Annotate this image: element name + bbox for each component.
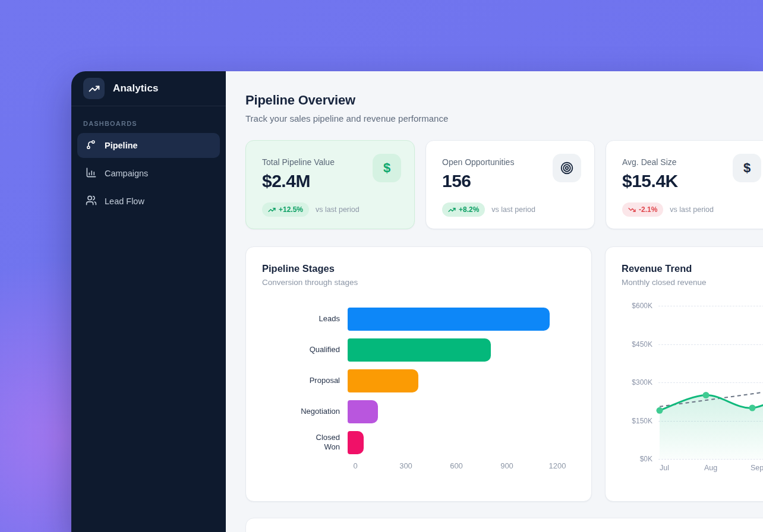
panel-subtitle: Conversion through stages [262,278,575,287]
bar-chart-icon [86,167,97,180]
bar-category-label: Leads [262,314,348,324]
panel-title: Pipeline Stages [262,263,575,274]
stages-x-axis: 03006009001200 [355,461,557,472]
trending-down-icon [628,206,636,214]
panel-subtitle: Monthly closed revenue [622,278,763,287]
x-tick-label: 900 [500,461,513,470]
bar-row: Qualified [262,338,575,362]
y-tick-label: $150K [622,417,652,425]
data-point-dot [703,392,710,398]
revenue-line-chart [658,306,763,463]
logo-row: Analytics [71,71,226,106]
revenue-area-fill [660,386,763,459]
pipeline-stages-panel: Pipeline Stages Conversion through stage… [245,246,592,502]
revenue-plot: $600K$450K$300K$150K$0KJulAugSep [622,306,763,459]
users-icon [86,195,97,208]
sidebar-item-campaigns[interactable]: Campaigns [77,161,220,186]
bar [348,400,378,423]
data-point-dot [657,407,663,414]
dollar-icon: $ [373,154,401,182]
stat-card-total-pipeline-value: Total Pipeline Value $2.4M $ +12.5% vs l… [245,140,415,229]
bar-row: Proposal [262,369,575,392]
trending-up-icon [268,206,276,214]
y-tick-label: $450K [622,340,652,349]
page-title: Pipeline Overview [245,93,763,108]
bottom-card-partial [245,518,763,532]
x-tick-label: 300 [399,461,412,470]
stages-bars: LeadsQualifiedProposalNegotiationClosed … [262,307,575,454]
bar [348,308,550,331]
x-tick-label: 0 [353,461,357,470]
sidebar-item-lead-flow[interactable]: Lead Flow [77,189,220,214]
bar-category-label: Closed Won [262,433,348,451]
panel-title: Revenue Trend [622,263,763,274]
x-tick-label: 1200 [549,461,566,470]
sidebar-item-label: Campaigns [105,169,148,178]
stats-row: Total Pipeline Value $2.4M $ +12.5% vs l… [245,140,763,229]
x-tick-label: 600 [450,461,463,470]
dollar-icon: $ [733,154,761,182]
sidebar-item-pipeline[interactable]: Pipeline [77,133,220,158]
target-icon [553,154,581,182]
bar-category-label: Qualified [262,345,348,354]
change-badge: -2.1% [622,202,663,217]
stat-card-avg-deal-size: Avg. Deal Size $15.4K $ -2.1% vs last pe… [606,140,763,229]
main-content: Pipeline Overview Track your sales pipel… [226,71,763,532]
bar [348,369,418,392]
compare-label: vs last period [670,205,714,214]
revenue-trend-panel: Revenue Trend Monthly closed revenue $60… [605,246,763,502]
sidebar-section-label: DASHBOARDS [83,120,214,127]
bar-category-label: Negotiation [262,407,348,416]
page-subtitle: Track your sales pipeline and revenue pe… [245,113,763,124]
sidebar-item-label: Lead Flow [105,197,144,206]
app-window: Analytics DASHBOARDS Pipeline Campaigns … [71,71,763,532]
trending-up-logo-icon [83,78,105,99]
route-icon [86,139,97,152]
x-tick-label: Jul [660,464,669,472]
app-name: Analytics [113,83,159,94]
y-tick-label: $0K [622,455,652,463]
bar [348,338,491,362]
y-tick-label: $300K [622,378,652,387]
sidebar-item-label: Pipeline [105,141,138,150]
compare-label: vs last period [491,205,535,214]
bar [348,431,364,454]
bar-row: Leads [262,307,575,331]
sidebar: Analytics DASHBOARDS Pipeline Campaigns … [71,71,226,532]
trending-up-icon [448,206,456,214]
data-point-dot [749,405,756,411]
bar-row: Closed Won [262,430,575,454]
change-badge: +12.5% [262,202,309,217]
charts-row: Pipeline Stages Conversion through stage… [245,246,763,502]
bar-category-label: Proposal [262,376,348,385]
bar-row: Negotiation [262,400,575,423]
compare-label: vs last period [316,205,360,214]
change-badge: +8.2% [442,202,485,217]
stat-card-open-opportunities: Open Opportunities 156 +8.2% vs last per… [425,140,595,229]
x-tick-label: Aug [704,464,717,472]
x-tick-label: Sep [751,464,763,472]
y-tick-label: $600K [622,302,652,310]
